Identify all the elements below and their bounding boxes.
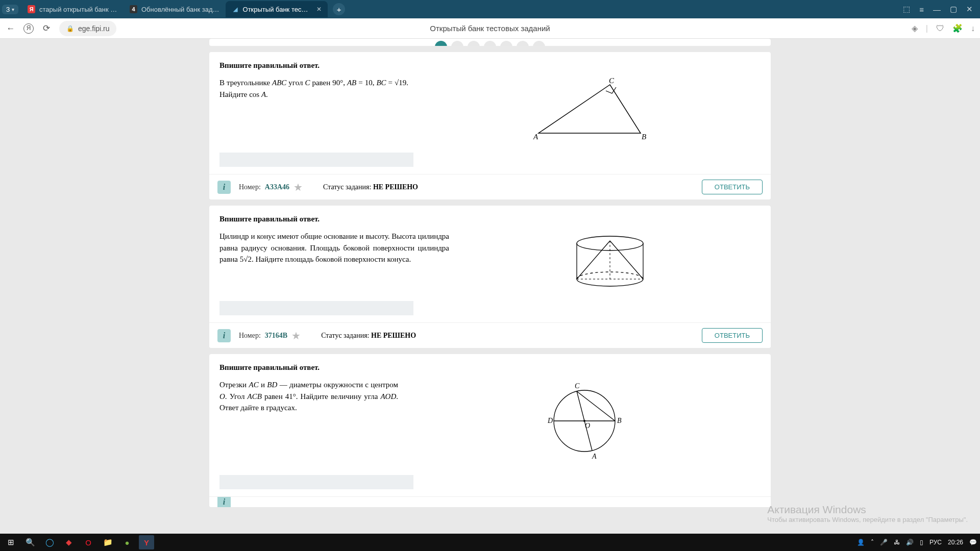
tab-counter[interactable]: 3 ▾ (2, 5, 18, 14)
yandex-icon[interactable]: Я (23, 23, 34, 34)
folder-icon[interactable]: 📁 (100, 535, 115, 549)
task-figure-circle: C D B O A (408, 379, 761, 466)
task-prompt: Впишите правильный ответ. (219, 215, 761, 223)
tab-favicon: ◢ (232, 5, 238, 13)
app-icon[interactable]: ● (119, 535, 135, 549)
task-card: Впишите правильный ответ. Цилиндр и кону… (209, 206, 771, 348)
volume-icon[interactable]: 🔊 (906, 539, 914, 546)
svg-line-7 (577, 241, 610, 279)
new-tab-button[interactable]: + (333, 3, 345, 15)
language-indicator[interactable]: РУС (929, 539, 942, 546)
svg-text:C: C (575, 382, 580, 390)
task-meta: i Номер: A33A46 ★ Статус задания: НЕ РЕШ… (209, 174, 771, 199)
download-icon[interactable]: ↓ (971, 24, 975, 33)
svg-line-14 (577, 391, 615, 421)
status-prefix: Статус задания: (321, 332, 369, 339)
browser-tab[interactable]: 4 Обновлённый банк задан… (124, 1, 226, 17)
svg-text:A: A (533, 133, 538, 141)
info-button[interactable]: i (217, 329, 231, 342)
pager (209, 39, 771, 46)
svg-marker-0 (538, 85, 641, 133)
clock[interactable]: 20:26 (948, 539, 963, 546)
task-text: Цилиндр и конус имеют общие основание и … (219, 231, 449, 265)
shield-icon[interactable]: 🛡 (936, 24, 944, 33)
pager-dot[interactable] (468, 41, 480, 46)
url-box[interactable]: 🔒 ege.fipi.ru (59, 21, 116, 36)
lock-icon: 🔒 (66, 25, 74, 32)
task-number: A33A46 (265, 183, 289, 191)
search-icon[interactable]: 🔍 (22, 535, 38, 549)
yandex-browser-icon[interactable]: Y (139, 535, 154, 549)
tab-counter-value: 3 (6, 6, 10, 13)
page-title: Открытый банк тестовых заданий (430, 24, 550, 33)
browser-tab-active[interactable]: ◢ Открытый банк тестовы… ✕ (226, 1, 328, 17)
svg-text:A: A (592, 453, 597, 460)
svg-text:B: B (642, 133, 646, 141)
svg-text:B: B (617, 417, 622, 424)
status-prefix: Статус задания: (323, 183, 371, 191)
info-button[interactable]: i (217, 496, 231, 507)
close-icon[interactable]: ✕ (316, 6, 322, 13)
maximize-icon[interactable]: ▢ (950, 5, 957, 14)
svg-text:O: O (585, 422, 590, 430)
task-prompt: Впишите правильный ответ. (219, 61, 761, 70)
pager-dot[interactable] (517, 41, 529, 46)
number-label: Номер: (239, 332, 261, 340)
answer-button[interactable]: ОТВЕТИТЬ (702, 328, 763, 343)
svg-line-8 (610, 241, 643, 279)
extensions-icon[interactable]: ⬚ (903, 5, 910, 14)
browser-tab-bar: 3 ▾ Я старый открытый банк за… 4 Обновлё… (0, 0, 980, 18)
task-meta: i (209, 496, 771, 507)
status-value: НЕ РЕШЕНО (371, 332, 416, 339)
back-icon[interactable]: ← (5, 23, 16, 34)
start-icon[interactable]: ⊞ (3, 535, 18, 549)
pager-dot[interactable] (451, 41, 463, 46)
svg-text:C: C (609, 77, 615, 85)
edge-icon[interactable]: ◯ (42, 535, 57, 549)
star-icon[interactable]: ★ (293, 181, 303, 193)
opera-icon[interactable]: O (81, 535, 96, 549)
page-content[interactable]: Впишите правильный ответ. В треугольнике… (0, 39, 980, 534)
url-text: ege.fipi.ru (78, 24, 109, 33)
minimize-icon[interactable]: — (933, 5, 941, 14)
reload-icon[interactable]: ⟳ (41, 23, 52, 34)
address-bar: ← Я ⟳ 🔒 ege.fipi.ru Открытый банк тестов… (0, 18, 980, 39)
notifications-icon[interactable]: 💬 (969, 539, 977, 546)
svg-text:D: D (547, 417, 553, 424)
tray-chevron-icon[interactable]: ˄ (871, 539, 874, 546)
answer-input[interactable] (219, 153, 413, 167)
pager-dot[interactable] (484, 41, 496, 46)
menu-icon[interactable]: ≡ (919, 5, 924, 14)
close-window-icon[interactable]: ✕ (966, 5, 973, 14)
star-icon[interactable]: ★ (291, 330, 301, 342)
answer-button[interactable]: ОТВЕТИТЬ (702, 180, 763, 194)
bookmark-icon[interactable]: ◈ (912, 23, 918, 33)
task-card: Впишите правильный ответ. Отрезки AC и B… (209, 354, 771, 507)
pager-dot[interactable] (435, 41, 447, 46)
task-meta: i Номер: 37164B ★ Статус задания: НЕ РЕШ… (209, 322, 771, 348)
task-text: Отрезки AC и BD — диаметры окружности с … (219, 379, 398, 414)
network-icon[interactable]: 🖧 (894, 539, 900, 546)
status-value: НЕ РЕШЕНО (373, 183, 418, 191)
extension-icon[interactable]: 🧩 (952, 23, 963, 33)
task-card: Впишите правильный ответ. В треугольнике… (209, 52, 771, 199)
people-icon[interactable]: 👤 (857, 539, 865, 546)
task-figure-triangle: A B C (419, 77, 761, 143)
chevron-down-icon: ▾ (12, 7, 14, 12)
task-number: 37164B (265, 332, 287, 340)
windows-taskbar: ⊞ 🔍 ◯ ◆ O 📁 ● Y 👤 ˄ 🎤 🖧 🔊 ▯ РУС 20:26 💬 (0, 534, 980, 551)
pager-dot[interactable] (500, 41, 512, 46)
tab-title: Обновлённый банк задан… (141, 6, 219, 13)
info-button[interactable]: i (217, 181, 231, 194)
microphone-icon[interactable]: 🎤 (880, 539, 888, 546)
task-prompt: Впишите правильный ответ. (219, 363, 761, 372)
tab-title: старый открытый банк за… (39, 6, 117, 13)
pager-dot[interactable] (533, 41, 545, 46)
app-icon[interactable]: ◆ (61, 535, 77, 549)
answer-input[interactable] (219, 301, 413, 315)
battery-icon[interactable]: ▯ (920, 539, 923, 546)
answer-input[interactable] (219, 475, 413, 489)
task-text: В треугольнике ABC угол C равен 90°, AB … (219, 77, 408, 100)
browser-tab[interactable]: Я старый открытый банк за… (21, 1, 124, 17)
number-label: Номер: (239, 183, 261, 191)
